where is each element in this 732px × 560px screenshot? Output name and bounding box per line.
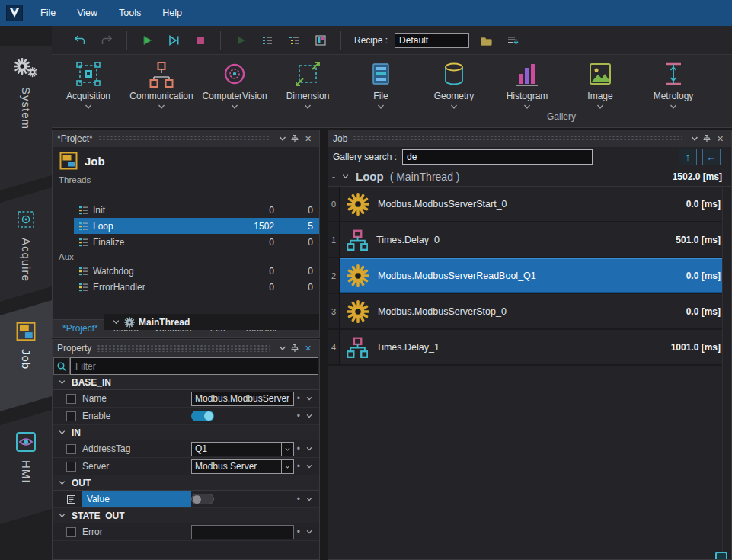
recipe-input[interactable]	[395, 33, 469, 48]
link-dot-icon[interactable]: •	[297, 411, 300, 421]
row-chevron-icon[interactable]	[305, 495, 313, 503]
chevron-down-icon[interactable]	[303, 102, 312, 111]
notification-icon[interactable]	[715, 552, 727, 560]
sidebar-tab-system[interactable]: System	[0, 46, 52, 190]
gallery-item-dimension[interactable]: Dimension	[271, 55, 344, 114]
panel-pin-icon[interactable]	[289, 342, 302, 354]
row-chevron-icon[interactable]	[305, 528, 313, 536]
gallery-item-geometry[interactable]: Geometry	[417, 55, 491, 114]
chevron-down-icon[interactable]	[596, 102, 605, 111]
tree-row-init[interactable]: Init 0 0	[53, 202, 319, 218]
section-in[interactable]: IN	[53, 425, 319, 440]
chevron-down-icon[interactable]	[449, 102, 459, 111]
stop-button[interactable]	[190, 30, 210, 50]
panel-pin-icon[interactable]	[701, 133, 714, 145]
run-once-button[interactable]	[164, 30, 184, 50]
value-toggle[interactable]	[191, 494, 214, 504]
addresstag-select[interactable]: Q1	[191, 442, 294, 456]
server-select[interactable]: Modbus Server	[191, 459, 294, 474]
gallery-item-acquisition[interactable]: Acquisition	[52, 55, 125, 114]
back-button[interactable]: ←	[702, 149, 721, 165]
tree-row-errorhandler[interactable]: ErrorHandler 0 0	[53, 279, 319, 295]
job-item-row[interactable]: 4 Times.Delay_1 1001.0 [ms]	[328, 330, 731, 366]
loop-group-header[interactable]: - Loop ( MainThread ) 1502.0 [ms]	[328, 167, 731, 187]
error-value-field[interactable]	[191, 525, 294, 539]
expander-chevron-icon[interactable]	[112, 318, 120, 326]
gallery-item-image[interactable]: Image	[564, 55, 637, 114]
link-dot-icon[interactable]: •	[297, 393, 300, 404]
link-dot-icon[interactable]: •	[297, 526, 300, 537]
step-run-button[interactable]	[231, 30, 251, 50]
job-item-row[interactable]: 3 Modbus.ModbusServerStop_0 0.0 [ms]	[328, 294, 731, 330]
panel-menu-chevron-icon[interactable]	[276, 342, 289, 354]
row-chevron-icon[interactable]	[305, 445, 313, 453]
gallery-item-histogram[interactable]: Histogram	[491, 55, 564, 114]
chevron-down-icon[interactable]	[230, 102, 239, 111]
menu-view[interactable]: View	[67, 5, 107, 21]
row-checkbox[interactable]	[66, 444, 76, 454]
tree-row-mainthread[interactable]: MainThread [ ms ] *Items*	[104, 314, 320, 330]
recipe-list-button[interactable]	[503, 30, 523, 50]
panel-menu-chevron-icon[interactable]	[276, 133, 289, 145]
tab-project[interactable]: *Project*	[56, 321, 104, 336]
panel-close-icon[interactable]: ✕	[302, 133, 315, 145]
sidebar-tab-hmi[interactable]: HMI	[0, 410, 52, 524]
chevron-down-icon[interactable]	[376, 102, 385, 111]
row-chevron-icon[interactable]	[305, 395, 313, 402]
section-out[interactable]: OUT	[53, 475, 319, 491]
gallery-item-file[interactable]: File	[344, 55, 417, 114]
panel-splitter[interactable]	[320, 128, 328, 560]
row-chevron-icon[interactable]	[305, 412, 313, 420]
group-chevron-icon[interactable]	[341, 172, 350, 181]
panel-close-icon[interactable]: ✕	[714, 133, 727, 145]
chevron-down-icon[interactable]	[157, 102, 166, 111]
gallery-search-input[interactable]	[402, 149, 593, 165]
panel-pin-icon[interactable]	[289, 133, 302, 145]
job-item-row[interactable]: 0 Modbus.ModbusServerStart_0 0.0 [ms]	[328, 187, 731, 222]
tree-row-watchdog[interactable]: Watchdog 0 0	[53, 263, 319, 279]
menu-help[interactable]: Help	[152, 5, 192, 21]
row-checkbox[interactable]	[66, 411, 76, 421]
chevron-down-icon[interactable]	[84, 102, 93, 111]
list-view-button[interactable]	[257, 30, 277, 50]
redo-button[interactable]	[97, 30, 117, 50]
gallery-item-computervision[interactable]: ComputerVision	[198, 55, 271, 114]
row-checkbox[interactable]	[66, 462, 76, 472]
tree-row-finalize[interactable]: Finalize 0 0	[53, 234, 319, 250]
enable-toggle[interactable]	[191, 411, 214, 421]
panel-layout-button[interactable]	[311, 30, 331, 50]
name-value-input[interactable]: Modbus.ModbusServer	[191, 392, 294, 406]
property-filter-input[interactable]	[70, 357, 318, 375]
sublist-view-button[interactable]	[284, 30, 304, 50]
row-checkbox[interactable]	[66, 394, 76, 404]
panel-drag-handle[interactable]	[353, 135, 682, 142]
sidebar-tab-acquire[interactable]: Acquire	[0, 187, 52, 302]
chevron-down-icon[interactable]	[523, 102, 532, 111]
link-dot-icon[interactable]: •	[297, 461, 300, 472]
section-base-in[interactable]: BASE_IN	[53, 375, 319, 390]
undo-button[interactable]	[70, 30, 90, 50]
panel-menu-chevron-icon[interactable]	[688, 133, 701, 145]
job-item-row-selected[interactable]: 2 Modbus.ModbusServerReadBool_Q1 0.0 [ms…	[328, 258, 731, 294]
chevron-down-icon[interactable]	[669, 102, 678, 111]
link-dot-icon[interactable]: •	[297, 494, 300, 504]
menu-tools[interactable]: Tools	[109, 5, 151, 21]
collapse-all-icon[interactable]: -	[332, 171, 335, 182]
panel-close-icon[interactable]: ✕	[302, 342, 315, 354]
gallery-item-metrology[interactable]: Metrology	[637, 55, 710, 114]
open-recipe-button[interactable]	[476, 30, 496, 50]
job-item-row[interactable]: 1 Times.Delay_0 501.0 [ms]	[328, 222, 731, 258]
move-up-button[interactable]: ↑	[679, 149, 697, 165]
gallery-item-communication[interactable]: Communication	[125, 55, 198, 114]
search-icon[interactable]	[53, 357, 70, 375]
link-dot-icon[interactable]: •	[297, 443, 300, 454]
row-chevron-icon[interactable]	[305, 462, 313, 470]
sidebar-tab-job[interactable]: Job	[0, 300, 52, 411]
menu-file[interactable]: File	[30, 5, 66, 21]
panel-drag-handle[interactable]	[98, 135, 270, 142]
property-row-value[interactable]: Value •	[53, 491, 319, 508]
panel-drag-handle[interactable]	[97, 344, 270, 352]
run-button[interactable]	[137, 30, 157, 50]
row-checkbox[interactable]	[66, 527, 76, 537]
tree-row-loop[interactable]: Loop 1502 5	[53, 218, 319, 234]
